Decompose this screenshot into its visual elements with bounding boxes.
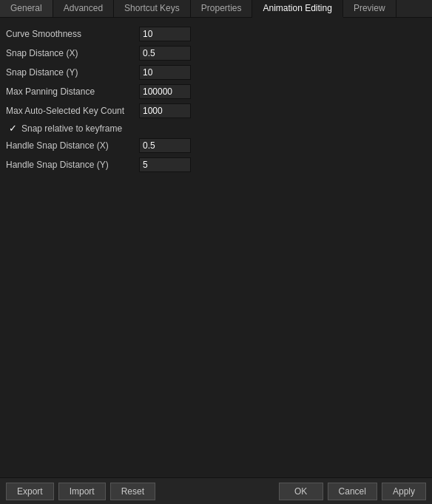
export-button[interactable]: Export bbox=[6, 483, 54, 500]
handle-snap-distance-y-row: Handle Snap Distance (Y) bbox=[6, 157, 426, 172]
snap-distance-y-label: Snap Distance (Y) bbox=[6, 67, 139, 78]
handle-snap-distance-x-label: Handle Snap Distance (X) bbox=[6, 140, 139, 151]
max-panning-distance-input[interactable] bbox=[139, 84, 191, 99]
snap-distance-y-row: Snap Distance (Y) bbox=[6, 65, 426, 80]
reset-button[interactable]: Reset bbox=[110, 483, 155, 500]
max-auto-selected-key-count-row: Max Auto-Selected Key Count bbox=[6, 103, 426, 118]
handle-snap-distance-y-input[interactable] bbox=[139, 157, 191, 172]
cancel-button[interactable]: Cancel bbox=[328, 483, 377, 500]
main-content: Curve Smoothness Snap Distance (X) Snap … bbox=[0, 18, 432, 185]
checkmark-icon: ✓ bbox=[9, 123, 17, 134]
tab-properties[interactable]: Properties bbox=[191, 0, 253, 17]
footer-right: OK Cancel Apply bbox=[279, 483, 426, 500]
snap-distance-x-label: Snap Distance (X) bbox=[6, 48, 139, 58]
max-panning-distance-row: Max Panning Distance bbox=[6, 84, 426, 99]
max-auto-selected-key-count-label: Max Auto-Selected Key Count bbox=[6, 106, 139, 116]
footer: Export Import Reset OK Cancel Apply bbox=[0, 477, 432, 504]
curve-smoothness-input[interactable] bbox=[139, 27, 191, 41]
tab-preview[interactable]: Preview bbox=[343, 0, 396, 17]
max-auto-selected-key-count-input[interactable] bbox=[139, 103, 191, 118]
import-button[interactable]: Import bbox=[58, 483, 106, 500]
snap-relative-row[interactable]: ✓ Snap relative to keyframe bbox=[6, 123, 426, 134]
tab-bar: General Advanced Shortcut Keys Propertie… bbox=[0, 0, 432, 18]
snap-distance-x-input[interactable] bbox=[139, 46, 191, 61]
curve-smoothness-row: Curve Smoothness bbox=[6, 27, 426, 41]
snap-distance-y-input[interactable] bbox=[139, 65, 191, 80]
tab-general[interactable]: General bbox=[0, 0, 53, 17]
handle-snap-distance-x-row: Handle Snap Distance (X) bbox=[6, 138, 426, 153]
snap-distance-x-row: Snap Distance (X) bbox=[6, 46, 426, 61]
apply-button[interactable]: Apply bbox=[382, 483, 426, 500]
max-panning-distance-label: Max Panning Distance bbox=[6, 86, 139, 97]
curve-smoothness-label: Curve Smoothness bbox=[6, 29, 139, 39]
footer-left: Export Import Reset bbox=[6, 483, 155, 500]
tab-advanced[interactable]: Advanced bbox=[53, 0, 114, 17]
snap-relative-label: Snap relative to keyframe bbox=[21, 123, 122, 134]
handle-snap-distance-x-input[interactable] bbox=[139, 138, 191, 153]
ok-button[interactable]: OK bbox=[279, 483, 323, 500]
tab-animation-editing[interactable]: Animation Editing bbox=[252, 0, 342, 18]
handle-snap-distance-y-label: Handle Snap Distance (Y) bbox=[6, 160, 139, 170]
tab-shortcut-keys[interactable]: Shortcut Keys bbox=[114, 0, 191, 17]
